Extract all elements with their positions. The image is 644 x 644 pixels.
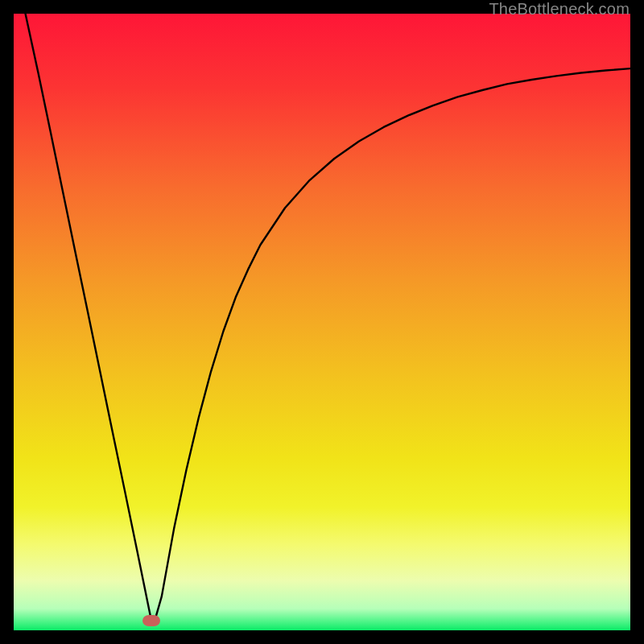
bottleneck-chart — [14, 14, 630, 630]
watermark-text: TheBottleneck.com — [489, 0, 630, 19]
chart-frame — [14, 14, 630, 630]
gradient-background — [14, 14, 630, 630]
optimum-marker — [142, 615, 160, 626]
